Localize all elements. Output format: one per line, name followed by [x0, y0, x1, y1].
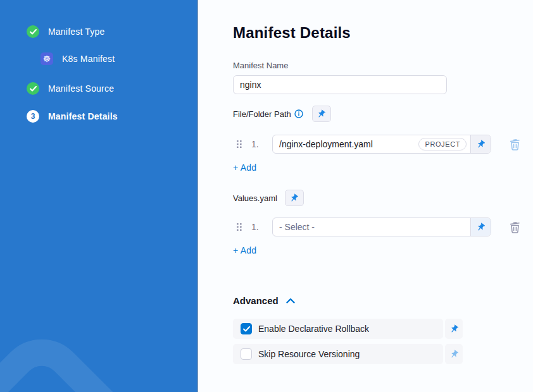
values-select-group: - Select -: [272, 217, 491, 236]
advanced-option-row: Enable Declarative Rollback: [233, 319, 463, 339]
advanced-title: Advanced: [233, 295, 279, 306]
pin-button[interactable]: [445, 319, 463, 339]
wizard-steps: Manifest Type ☸ K8s Manifest Manifest So…: [0, 0, 198, 123]
step-label: Manifest Details: [48, 111, 118, 121]
step-k8s-manifest[interactable]: ☸ K8s Manifest: [41, 52, 198, 65]
delete-row-icon[interactable]: [510, 138, 520, 150]
advanced-section-toggle[interactable]: Advanced: [233, 295, 520, 306]
skip-resource-versioning-option[interactable]: Skip Resource Versioning: [233, 344, 443, 364]
step-label: Manifest Type: [48, 27, 105, 37]
checkbox[interactable]: [241, 348, 252, 360]
info-icon[interactable]: [294, 109, 303, 118]
check-circle-icon: [27, 25, 39, 38]
harness-logo-watermark: [0, 321, 189, 392]
drag-handle-icon[interactable]: [236, 140, 242, 149]
step-manifest-source[interactable]: Manifest Source: [27, 82, 198, 95]
file-folder-path-label: File/Folder Path: [233, 109, 291, 119]
file-path-input-group: PROJECT: [272, 135, 491, 154]
pin-button[interactable]: [470, 218, 491, 236]
step-label: Manifest Source: [48, 83, 114, 94]
row-index: 1.: [251, 139, 265, 149]
file-path-row: 1. PROJECT: [233, 135, 520, 154]
scope-badge: PROJECT: [418, 138, 467, 150]
wizard-sidebar: Manifest Type ☸ K8s Manifest Manifest So…: [0, 0, 198, 392]
values-yaml-label: Values.yaml: [233, 193, 277, 203]
pin-button[interactable]: [285, 190, 304, 206]
manifest-name-input[interactable]: [233, 75, 447, 94]
delete-row-icon[interactable]: [510, 221, 520, 233]
checkbox[interactable]: [241, 323, 252, 334]
step-manifest-type[interactable]: Manifest Type: [27, 25, 198, 38]
pin-button[interactable]: [445, 344, 463, 364]
page-title: Manifest Details: [233, 24, 520, 42]
pin-button[interactable]: [312, 106, 331, 122]
step-manifest-details[interactable]: 3 Manifest Details: [27, 110, 198, 123]
enable-declarative-rollback-option[interactable]: Enable Declarative Rollback: [233, 319, 443, 339]
step-label: K8s Manifest: [62, 54, 115, 64]
manifest-name-label: Manifest Name: [233, 61, 520, 70]
check-circle-icon: [27, 82, 39, 95]
option-label: Skip Resource Versioning: [258, 349, 360, 359]
option-label: Enable Declarative Rollback: [258, 324, 369, 334]
add-file-path-link[interactable]: + Add: [233, 162, 256, 173]
step-number-badge: 3: [27, 110, 39, 123]
advanced-option-row: Skip Resource Versioning: [233, 344, 463, 364]
kubernetes-icon: ☸: [41, 52, 53, 65]
manifest-details-panel: Manifest Details Manifest Name File/Fold…: [198, 0, 533, 392]
add-values-yaml-link[interactable]: + Add: [233, 245, 256, 255]
drag-handle-icon[interactable]: [236, 223, 242, 231]
values-yaml-row: 1. - Select -: [233, 217, 520, 236]
chevron-up-icon: [286, 298, 295, 303]
values-select[interactable]: - Select -: [273, 218, 470, 236]
row-index: 1.: [251, 222, 265, 232]
pin-button[interactable]: [470, 135, 491, 153]
